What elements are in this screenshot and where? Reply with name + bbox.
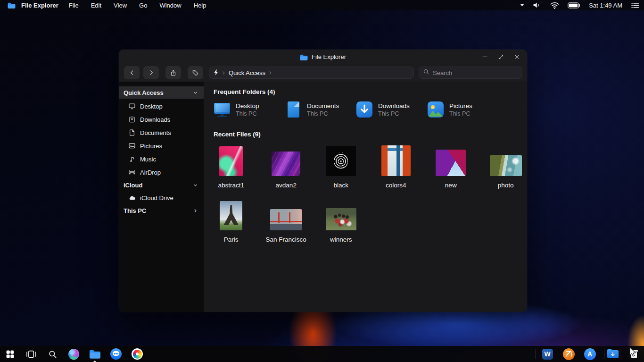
sidebar-item-desktop[interactable]: Desktop	[119, 100, 204, 113]
file-black[interactable]: black	[326, 143, 356, 189]
close-button[interactable]	[512, 52, 521, 61]
taskbar-divider	[536, 349, 536, 359]
sidebar-section-label: iCloud	[124, 182, 142, 189]
window-toolbar: Quick Access	[119, 64, 527, 82]
menu-view[interactable]: View	[114, 2, 127, 9]
recycle-bin-icon[interactable]	[628, 348, 640, 360]
app-store-icon[interactable]: A	[584, 348, 596, 360]
wifi-icon[interactable]	[550, 2, 559, 9]
content-pane: Frequent Folders (4) DesktopThis PC Docu…	[204, 82, 527, 312]
sidebar-item-documents[interactable]: Documents	[119, 126, 204, 139]
menu-go[interactable]: Go	[139, 2, 147, 9]
frequent-folders-row: DesktopThis PC DocumentsThis PC Download…	[213, 101, 498, 118]
minimize-button[interactable]	[480, 52, 489, 61]
file-label: San Francisco	[266, 236, 306, 243]
winners-thumbnail	[326, 208, 356, 230]
file-san-francisco[interactable]: San Francisco	[266, 197, 306, 243]
taskbar-file-explorer-icon[interactable]	[89, 348, 101, 360]
search-input[interactable]	[433, 69, 508, 76]
downloads-folder-icon[interactable]	[607, 348, 619, 360]
tag-button[interactable]	[188, 66, 203, 79]
cloud-icon	[128, 194, 136, 202]
menu-help[interactable]: Help	[194, 2, 206, 9]
forward-button[interactable]	[143, 66, 159, 79]
sidebar-item-music[interactable]: Music	[119, 152, 204, 166]
desktop-folder-icon	[213, 101, 231, 118]
photos-icon[interactable]	[131, 348, 143, 360]
folder-location: This PC	[378, 110, 410, 117]
file-colors4[interactable]: colors4	[381, 143, 411, 189]
documents-folder-icon	[284, 101, 302, 118]
windows-start-button[interactable]	[4, 348, 16, 360]
sidebar-item-label: Documents	[140, 129, 171, 136]
avdan2-thumbnail	[272, 152, 300, 176]
sidebar-item-label: Downloads	[140, 116, 170, 123]
chevron-right-icon[interactable]	[193, 208, 198, 213]
task-view-button[interactable]	[25, 348, 37, 360]
file-label: Paris	[224, 236, 239, 243]
screen: File Explorer File Edit View Go Window H…	[0, 0, 644, 362]
sidebar-item-pictures[interactable]: Pictures	[119, 139, 204, 152]
menu-window[interactable]: Window	[159, 2, 181, 9]
taskbar: W A	[0, 346, 644, 362]
folder-name: Desktop	[236, 102, 259, 109]
folder-location: This PC	[236, 110, 259, 117]
file-new[interactable]: new	[436, 143, 466, 189]
search-icon	[423, 68, 429, 77]
black-thumbnail	[326, 146, 356, 176]
downloads-folder-icon	[355, 101, 373, 118]
breadcrumb-chevron-icon	[222, 70, 226, 76]
frequent-folder-desktop[interactable]: DesktopThis PC	[213, 101, 284, 118]
menu-edit[interactable]: Edit	[91, 2, 101, 9]
window-folder-icon	[300, 54, 308, 60]
frequent-folder-pictures[interactable]: PicturesThis PC	[427, 101, 498, 118]
menu-clock[interactable]: Sat 1:49 AM	[589, 2, 622, 9]
breadcrumb-location[interactable]: Quick Access	[229, 69, 265, 76]
breadcrumb-bar[interactable]: Quick Access	[209, 67, 414, 79]
file-abstract1[interactable]: abstract1	[218, 143, 244, 189]
dropdown-triangle-icon[interactable]	[520, 3, 524, 7]
sidebar-item-airdrop[interactable]: AirDrop	[119, 166, 204, 179]
sidebar-section-icloud[interactable]: iCloud	[119, 179, 204, 191]
chevron-down-icon[interactable]	[193, 183, 198, 188]
window-titlebar[interactable]: File Explorer	[119, 50, 527, 64]
file-avdan2[interactable]: avdan2	[272, 143, 300, 189]
sidebar-item-downloads[interactable]: Downloads	[119, 113, 204, 126]
word-icon[interactable]: W	[541, 348, 553, 360]
sidebar-section-label: This PC	[124, 207, 146, 214]
breadcrumb-chevron-icon	[268, 70, 272, 76]
sidebar-section-quick-access[interactable]: Quick Access	[119, 86, 204, 99]
sidebar-item-icloud-drive[interactable]: iCloud Drive	[119, 191, 204, 204]
maximize-button[interactable]	[496, 52, 505, 61]
folder-name: Documents	[307, 102, 339, 109]
file-explorer-window: File Explorer	[119, 50, 527, 312]
sidebar: Quick Access Desktop Downloads	[119, 82, 204, 312]
file-winners[interactable]: winners	[326, 197, 356, 243]
file-label: avdan2	[276, 182, 297, 189]
back-button[interactable]	[124, 66, 140, 79]
list-view-icon[interactable]	[631, 2, 639, 9]
search-box[interactable]	[419, 67, 522, 79]
sidebar-item-label: iCloud Drive	[140, 194, 173, 202]
taskbar-search-button[interactable]	[46, 348, 58, 360]
volume-icon[interactable]	[533, 1, 542, 9]
folder-location: This PC	[449, 110, 472, 117]
menu-file[interactable]: File	[69, 2, 79, 9]
siri-icon[interactable]	[67, 348, 80, 360]
messages-icon[interactable]	[110, 348, 122, 360]
share-button[interactable]	[165, 66, 181, 79]
compose-icon[interactable]	[562, 348, 575, 360]
quick-access-bolt-icon	[214, 69, 219, 77]
taskbar-divider	[604, 349, 604, 359]
file-paris[interactable]: Paris	[220, 197, 242, 243]
pictures-folder-icon	[427, 101, 445, 118]
frequent-folder-documents[interactable]: DocumentsThis PC	[284, 101, 355, 118]
battery-icon[interactable]	[568, 2, 580, 8]
frequent-folder-downloads[interactable]: DownloadsThis PC	[355, 101, 427, 118]
file-photo[interactable]: photo	[490, 143, 522, 189]
chevron-down-icon[interactable]	[193, 90, 198, 95]
file-explorer-app-icon[interactable]	[8, 2, 16, 8]
menu-app-name[interactable]: File Explorer	[21, 2, 58, 9]
sidebar-section-this-pc[interactable]: This PC	[119, 204, 204, 217]
pictures-icon	[128, 142, 136, 150]
